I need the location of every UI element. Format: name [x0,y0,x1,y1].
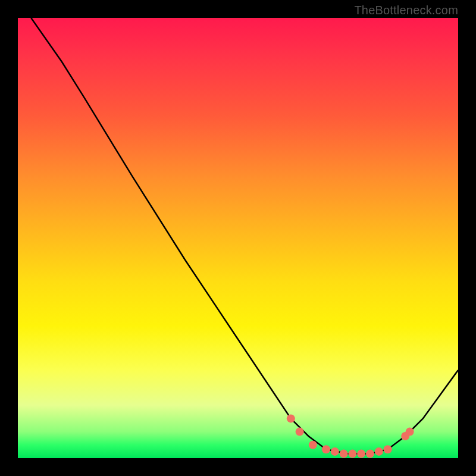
marker-dot [384,445,392,453]
marker-dot [357,450,365,458]
curve-markers [287,414,414,458]
marker-dot [322,445,330,453]
watermark-text: TheBottleneck.com [354,4,458,17]
curve-svg [18,18,458,458]
marker-dot [375,447,383,456]
marker-dot [296,428,304,436]
marker-dot [366,450,374,458]
plot-area [18,18,458,458]
marker-dot [348,450,356,458]
marker-dot [331,447,339,456]
marker-dot [340,450,348,458]
bottleneck-curve [31,18,458,454]
marker-dot [287,414,295,422]
marker-dot [309,441,317,449]
marker-dot [406,428,414,436]
chart-frame: TheBottleneck.com [0,0,476,476]
